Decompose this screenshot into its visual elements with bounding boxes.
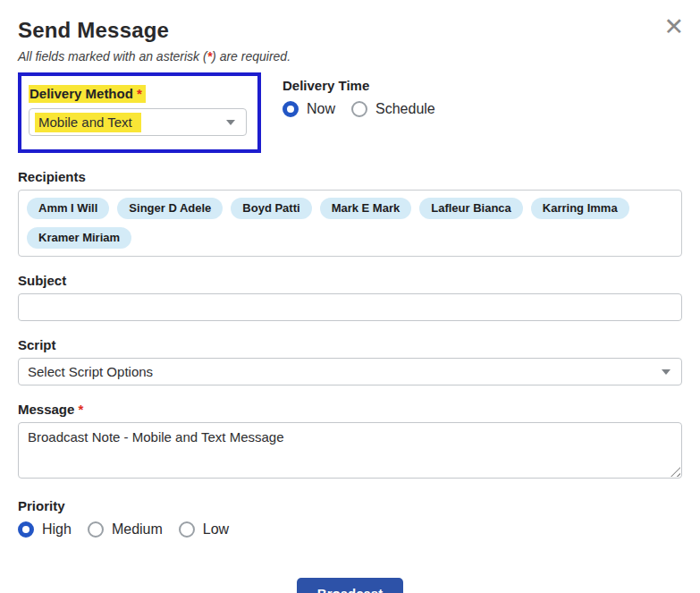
- recipients-label: Recipients: [18, 169, 682, 184]
- recipients-section: Recipients Amm I Will Singer D Adele Boy…: [18, 169, 682, 257]
- recipient-chip[interactable]: Kramer Miriam: [27, 227, 131, 249]
- dropdown-arrow-icon: [662, 369, 670, 375]
- delivery-method-required-asterisk: *: [137, 86, 142, 101]
- priority-options: High Medium Low: [18, 521, 682, 538]
- subject-input[interactable]: [18, 293, 682, 321]
- script-section: Script Select Script Options: [18, 337, 682, 385]
- radio-high[interactable]: [18, 521, 34, 538]
- message-section: Message * Broadcast Note - Mobile and Te…: [18, 402, 682, 479]
- script-select[interactable]: Select Script Options: [18, 358, 682, 385]
- radio-now-label[interactable]: Now: [307, 101, 335, 117]
- delivery-method-label-highlight: Delivery Method *: [29, 85, 146, 103]
- page-title: Send Message: [18, 18, 682, 43]
- broadcast-button[interactable]: Broadcast: [297, 578, 403, 593]
- required-fields-note: All fields marked with an asterisk (*) a…: [18, 49, 682, 64]
- recipient-chip[interactable]: Boyd Patti: [231, 198, 311, 219]
- recipient-chip[interactable]: Karring Imma: [531, 198, 629, 219]
- delivery-method-select[interactable]: Mobile and Text: [29, 108, 247, 136]
- recipient-chip[interactable]: Amm I Will: [27, 198, 109, 219]
- dropdown-arrow-icon: [226, 120, 235, 125]
- script-selected-value: Select Script Options: [24, 364, 153, 379]
- subtitle-text-prefix: All fields marked with an asterisk (: [18, 49, 207, 64]
- recipients-chip-container: Amm I Will Singer D Adele Boyd Patti Mar…: [18, 190, 682, 257]
- dialog-footer: Broadcast: [18, 578, 682, 593]
- radio-schedule-label[interactable]: Schedule: [375, 101, 435, 117]
- message-textarea-wrap: Broadcast Note - Mobile and Text Message: [18, 422, 682, 479]
- radio-low[interactable]: [179, 521, 195, 538]
- recipient-chip[interactable]: Mark E Mark: [320, 198, 412, 219]
- message-textarea[interactable]: Broadcast Note - Mobile and Text Message: [18, 422, 682, 479]
- priority-section: Priority High Medium Low: [18, 498, 682, 538]
- message-label-text: Message: [18, 402, 74, 417]
- radio-schedule[interactable]: [351, 101, 367, 117]
- delivery-method-selected-value: Mobile and Text: [35, 113, 141, 132]
- priority-label: Priority: [18, 498, 682, 513]
- radio-medium[interactable]: [88, 521, 104, 538]
- send-message-dialog: ✕ Send Message All fields marked with an…: [0, 0, 700, 593]
- subject-label: Subject: [18, 273, 682, 288]
- recipient-chip[interactable]: Lafleur Bianca: [419, 198, 523, 219]
- radio-high-label[interactable]: High: [42, 521, 72, 538]
- delivery-method-label: Delivery Method *: [29, 85, 247, 103]
- delivery-method-annotation-box: Delivery Method * Mobile and Text: [18, 72, 261, 153]
- top-row: Delivery Method * Mobile and Text Delive…: [18, 72, 682, 153]
- message-label: Message *: [18, 402, 682, 417]
- delivery-time-options: Now Schedule: [283, 101, 451, 117]
- radio-low-label[interactable]: Low: [203, 521, 229, 538]
- message-required-asterisk: *: [79, 402, 84, 417]
- script-label: Script: [18, 337, 682, 352]
- delivery-time-group: Delivery Time Now Schedule: [283, 72, 451, 117]
- radio-medium-label[interactable]: Medium: [112, 521, 163, 538]
- delivery-method-label-text: Delivery Method: [30, 86, 133, 101]
- delivery-time-label: Delivery Time: [283, 78, 451, 93]
- radio-now[interactable]: [283, 101, 299, 117]
- close-icon[interactable]: ✕: [663, 14, 684, 38]
- subtitle-text-suffix: ) are required.: [212, 49, 291, 64]
- recipient-chip[interactable]: Singer D Adele: [117, 198, 223, 219]
- subject-section: Subject: [18, 273, 682, 321]
